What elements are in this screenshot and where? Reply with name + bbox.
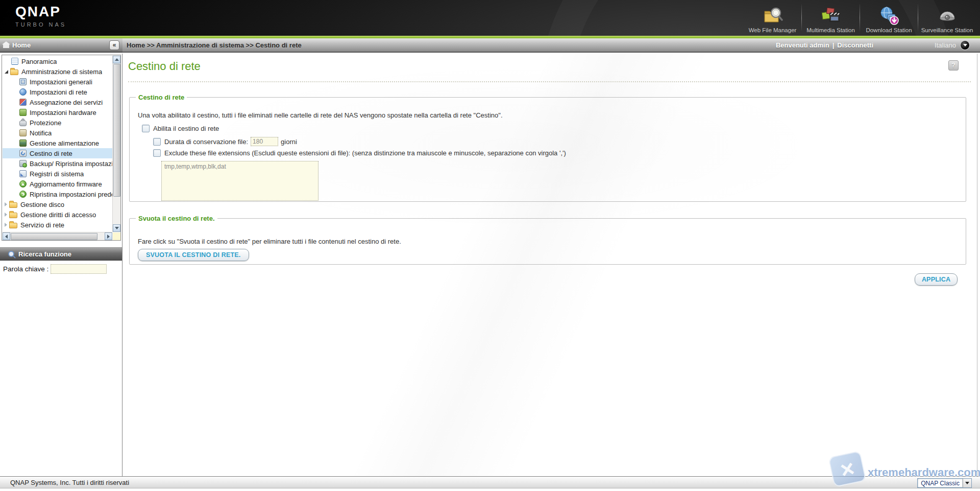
horizontal-scroll-thumb[interactable] <box>11 233 97 240</box>
extensions-textarea[interactable]: tmp,temp,wtmp,blk,dat <box>161 161 318 201</box>
sidebar-item-cestino-di-rete[interactable]: Cestino di rete <box>3 148 112 158</box>
enable-recycle-bin-checkbox[interactable] <box>142 125 150 132</box>
tree-collapsed-icon[interactable] <box>5 213 7 217</box>
section-description: Una volta abilitato il cestino, tutti i … <box>138 111 503 119</box>
network-settings-icon <box>19 88 27 96</box>
enable-recycle-bin-label[interactable]: Abilita il cestino di rete <box>153 125 219 132</box>
sidebar-item-registri-di-sistema[interactable]: Registri di sistema <box>3 169 112 179</box>
language-label: Italiano <box>935 41 956 49</box>
retention-row: Durata di conservazione file: giorni <box>153 137 297 146</box>
enable-recycle-bin-row: Abilita il cestino di rete <box>142 125 219 132</box>
home-icon <box>3 44 9 48</box>
vertical-scroll-thumb[interactable] <box>113 64 120 197</box>
theme-dropdown-icon[interactable] <box>963 479 971 487</box>
page-title: Cestino di rete <box>128 60 201 73</box>
system-logs-icon <box>19 170 27 177</box>
navigation-tree: Panoramica Amministrazione di sistema Im… <box>2 55 121 241</box>
sidebar-item-amministrazione-di-sistema[interactable]: Amministrazione di sistema <box>3 66 112 77</box>
general-settings-icon <box>19 78 27 85</box>
folder-icon <box>9 202 17 208</box>
function-search-header: Ricerca funzione <box>0 247 122 261</box>
backup-restore-icon <box>19 160 27 167</box>
multimedia-station-shortcut[interactable]: Multimedia Station <box>802 0 860 36</box>
folder-icon <box>9 213 17 218</box>
station-label: Surveillance Station <box>921 27 973 33</box>
exclude-extensions-label[interactable]: Exclude these file extensions (Escludi q… <box>164 149 566 157</box>
sidebar-item-backup-ripristina-impostazioni[interactable]: Backup/ Ripristina impostazioni <box>3 158 112 169</box>
sidebar-item-ripristina-impostazioni-predefinite[interactable]: Ripristina impostazioni predefinite <box>3 189 112 199</box>
surveillance-station-shortcut[interactable]: Surveillance Station <box>918 0 976 36</box>
section-description: Fare click su "Svuota il cestino di rete… <box>138 238 401 245</box>
power-management-icon <box>19 139 27 147</box>
firmware-update-icon <box>19 180 27 188</box>
web-file-manager-shortcut[interactable]: Web File Manager <box>744 0 801 36</box>
sidebar-item-notifica[interactable]: Notifica <box>3 128 112 138</box>
overview-icon <box>11 58 18 65</box>
tree-vertical-scrollbar[interactable] <box>112 56 120 232</box>
language-selector[interactable]: Italiano <box>935 40 970 50</box>
sidebar-item-impostazioni-hardware[interactable]: Impostazioni hardware <box>3 107 112 118</box>
qnap-admin-window: QNAP TURBO NAS Web File Manager <box>0 0 980 491</box>
sidebar-item-gestione-alimentazione[interactable]: Gestione alimentazione <box>3 138 112 148</box>
retention-checkbox[interactable] <box>153 138 161 146</box>
section-legend: Svuota il cestino di rete. <box>136 215 217 222</box>
tree-expanded-icon[interactable] <box>5 70 8 74</box>
sidebar-item-impostazioni-di-rete[interactable]: Impostazioni di rete <box>3 87 112 97</box>
main-content: Cestino di rete ? Cestino di rete Una vo… <box>123 54 980 476</box>
scroll-up-icon[interactable] <box>113 56 120 63</box>
welcome-area: Benvenuti admin | Disconnetti <box>776 41 873 49</box>
station-shortcuts: Web File Manager Multimedia <box>744 0 976 36</box>
recycle-bin-settings-section: Cestino di rete Una volta abilitato il c… <box>129 93 966 202</box>
retention-unit: giorni <box>281 138 297 146</box>
scrollbar-corner <box>113 232 120 240</box>
sidebar-item-aggiornamento-firmware[interactable]: Aggiornamento firmware <box>3 179 112 189</box>
status-bar: QNAP Systems, Inc. Tutti i diritti riser… <box>0 476 980 488</box>
theme-select[interactable]: QNAP Classic <box>917 478 972 488</box>
scroll-right-icon[interactable] <box>105 232 112 240</box>
theme-select-value: QNAP Classic <box>918 479 963 487</box>
help-button[interactable]: ? <box>948 60 959 71</box>
content-right-divider <box>977 54 977 476</box>
exclude-extensions-row: Exclude these file extensions (Escludi q… <box>153 149 566 157</box>
keyword-input[interactable] <box>51 264 107 274</box>
retention-label[interactable]: Durata di conservazione file: <box>164 138 248 146</box>
title-divider <box>128 81 971 82</box>
tree-horizontal-scrollbar[interactable] <box>3 232 112 240</box>
keyword-search-row: Parola chiave : <box>0 264 122 274</box>
download-station-icon <box>879 6 899 26</box>
turbo-nas-subtitle: TURBO NAS <box>15 21 66 28</box>
station-label: Download Station <box>866 27 912 33</box>
breadcrumb[interactable]: Home >> Amministrazione di sistema >> Ce… <box>127 41 776 49</box>
restore-defaults-icon <box>19 191 27 198</box>
qnap-logo-text: QNAP <box>15 4 66 19</box>
security-lock-icon <box>19 121 27 126</box>
language-dropdown-icon[interactable] <box>960 40 970 50</box>
sidebar-item-panoramica[interactable]: Panoramica <box>3 56 112 66</box>
download-station-shortcut[interactable]: Download Station <box>860 0 918 36</box>
scroll-left-icon[interactable] <box>3 232 10 240</box>
sidebar-item-protezione[interactable]: Protezione <box>3 118 112 128</box>
sidebar-item-servizio-di-rete[interactable]: Servizio di rete <box>3 220 112 230</box>
top-header: QNAP TURBO NAS Web File Manager <box>0 0 980 36</box>
sidebar-item-impostazioni-generali[interactable]: Impostazioni generali <box>3 77 112 87</box>
sidebar: Panoramica Amministrazione di sistema Im… <box>0 54 122 476</box>
station-label: Web File Manager <box>749 27 797 33</box>
surveillance-station-icon <box>937 6 958 26</box>
sidebar-item-assegnazione-dei-servizi[interactable]: Assegnazione dei servizi <box>3 97 112 107</box>
section-legend: Cestino di rete <box>136 93 187 101</box>
exclude-extensions-checkbox[interactable] <box>153 149 161 157</box>
sidebar-item-gestione-diritti-di-accesso[interactable]: Gestione diritti di accesso <box>3 209 112 220</box>
retention-days-input[interactable] <box>251 137 278 146</box>
folder-icon <box>9 223 17 228</box>
sidebar-collapse-button[interactable]: « <box>109 40 119 50</box>
welcome-text: Benvenuti admin <box>776 41 829 49</box>
apply-button[interactable]: APPLICA <box>915 273 958 286</box>
tree-collapsed-icon[interactable] <box>5 223 7 227</box>
scroll-down-icon[interactable] <box>113 224 120 232</box>
tree-collapsed-icon[interactable] <box>5 202 7 206</box>
station-label: Multimedia Station <box>806 27 855 33</box>
breadcrumb-bar: Home >> Amministrazione di sistema >> Ce… <box>122 38 980 53</box>
sidebar-item-gestione-disco[interactable]: Gestione disco <box>3 199 112 209</box>
empty-recycle-bin-button[interactable]: SVUOTA IL CESTINO DI RETE. <box>138 249 249 261</box>
logout-link[interactable]: Disconnetti <box>837 41 873 49</box>
